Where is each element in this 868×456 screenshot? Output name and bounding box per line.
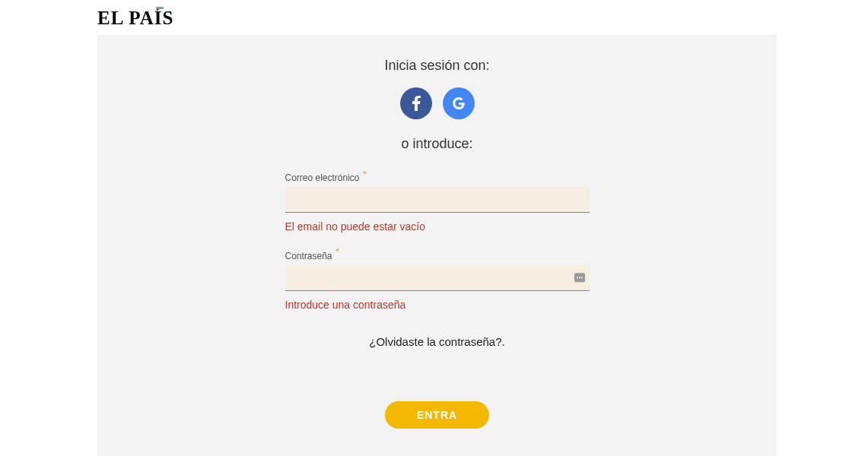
facebook-icon [412, 96, 421, 111]
password-error: Introduce una contraseña [285, 299, 590, 311]
forgot-password-link[interactable]: ¿Olvidaste la contraseña?. [285, 335, 590, 348]
google-icon [451, 96, 466, 111]
login-panel: Inicia sesión con: o introduce: Correo e… [97, 35, 777, 456]
social-heading: Inicia sesión con: [285, 58, 590, 74]
email-error: El email no puede estar vacío [285, 220, 590, 233]
facebook-login-button[interactable] [400, 87, 432, 119]
password-reveal-icon[interactable] [574, 273, 585, 282]
email-input[interactable] [285, 187, 590, 213]
brand-logo: EL PAÍS [97, 8, 173, 29]
or-heading: o introduce: [285, 136, 590, 152]
required-mark-icon: * [363, 169, 367, 178]
email-field-group: Correo electrónico* El email no puede es… [285, 169, 590, 233]
password-field-group: Contraseña* Introduce una contraseña [285, 246, 590, 310]
email-label: Correo electrónico [285, 173, 360, 183]
social-login-row [285, 87, 590, 119]
submit-button[interactable]: ENTRA [385, 401, 489, 429]
required-mark-icon: * [335, 246, 340, 255]
password-label: Contraseña [285, 251, 332, 261]
password-input[interactable] [285, 265, 590, 291]
google-login-button[interactable] [443, 87, 475, 119]
